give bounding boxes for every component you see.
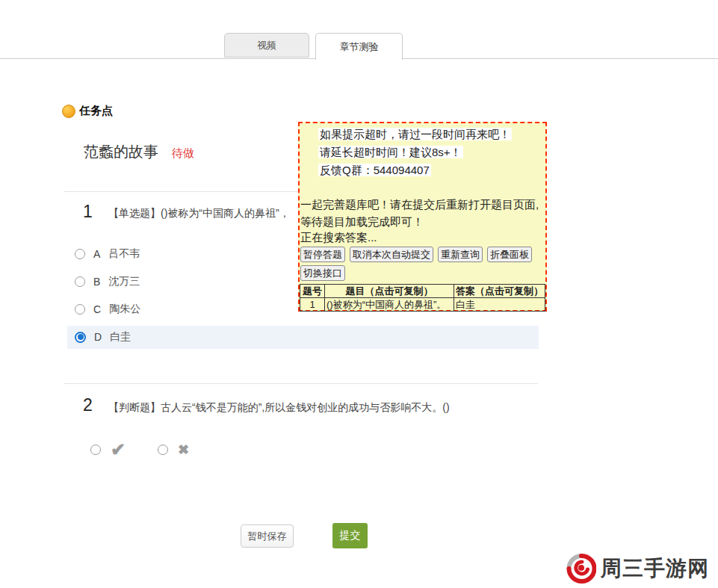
judge-option-false[interactable]: ✖ (158, 442, 189, 458)
radio-unselected-icon[interactable] (75, 276, 85, 287)
question-1-number: 1 (83, 202, 93, 222)
option-c-letter: C (93, 303, 101, 315)
feedback-qq-group-text: 反馈Q群：544094407 (318, 164, 431, 176)
radio-unselected-icon[interactable] (90, 445, 101, 455)
tab-video[interactable]: 视频 (224, 33, 309, 58)
question-2-stem: 【判断题】古人云“钱不是万能的”,所以金钱对创业的成功与否影响不大。() (108, 401, 450, 415)
question-2-number: 2 (83, 395, 93, 415)
quiz-title: 范蠡的故事 (84, 142, 158, 162)
helper-message: 如果提示超时，请过一段时间再来吧！ (318, 126, 545, 143)
task-point-icon (62, 105, 75, 118)
option-a-letter: A (93, 248, 100, 260)
option-b[interactable]: B 沈万三 (75, 274, 140, 289)
helper-message: 反馈Q群：544094407 (318, 161, 545, 179)
question-1-stem: 【单选题】()被称为“中国商人的鼻祖”， (108, 207, 290, 220)
radio-unselected-icon[interactable] (75, 304, 85, 315)
option-c[interactable]: C 陶朱公 (75, 302, 140, 317)
cross-icon: ✖ (178, 442, 189, 458)
timeout-hint-text: 如果提示超时，请过一段时间再来吧！ (318, 128, 512, 140)
option-a[interactable]: A 吕不韦 (75, 247, 140, 261)
radio-unselected-icon[interactable] (75, 249, 85, 259)
divider (64, 383, 538, 384)
helper-messages: 如果提示超时，请过一段时间再来吧！ 请延长超时时间！建议8s+！ 反馈Q群：54… (318, 126, 545, 179)
judge-option-true[interactable]: ✔ (90, 439, 126, 460)
radio-unselected-icon[interactable] (158, 445, 168, 455)
answers-table-header-row: 题号 题目（点击可复制） 答案（点击可复制） (300, 285, 545, 298)
option-c-text: 陶朱公 (109, 303, 140, 316)
submit-button[interactable]: 提交 (332, 523, 368, 548)
answers-table: 题号 题目（点击可复制） 答案（点击可复制） 1 ()被称为“中国商人的鼻祖”。… (300, 284, 545, 312)
radio-selected-icon[interactable] (75, 332, 86, 343)
cell-answer-text[interactable]: 白圭 (454, 298, 545, 312)
cell-question-number: 1 (300, 298, 325, 312)
tab-video-label: 视频 (257, 39, 276, 52)
table-row: 1 ()被称为“中国商人的鼻祖”。 白圭 (300, 298, 545, 312)
requery-button[interactable]: 重新查询 (438, 247, 483, 262)
pause-answering-button[interactable]: 暂停答题 (300, 247, 345, 262)
quiz-title-row: 范蠡的故事 待做 (84, 142, 194, 162)
cancel-auto-submit-button[interactable]: 取消本次自动提交 (350, 247, 433, 262)
answer-helper-panel: 如果提示超时，请过一段时间再来吧！ 请延长超时时间！建议8s+！ 反馈Q群：54… (298, 122, 547, 312)
swirl-logo-icon (566, 554, 596, 584)
cell-question-text[interactable]: ()被称为“中国商人的鼻祖”。 (325, 298, 454, 312)
quiz-page: 视频 章节测验 任务点 范蠡的故事 待做 1 【单选题】()被称为“中国商人的鼻… (0, 0, 718, 588)
header-question-number: 题号 (300, 285, 325, 298)
tab-chapter-quiz-label: 章节测验 (340, 40, 379, 54)
option-d[interactable]: D 白圭 (75, 329, 131, 344)
watermark-text: 周三手游网 (601, 554, 709, 583)
header-question-text: 题目（点击可复制） (325, 285, 454, 298)
check-icon: ✔ (111, 439, 126, 460)
status-badge: 待做 (172, 146, 194, 161)
selected-option-highlight (67, 326, 539, 349)
task-point-label: 任务点 (79, 104, 113, 118)
option-b-letter: B (93, 276, 100, 288)
search-status-text: 正在搜索答案... (300, 230, 545, 244)
option-a-text: 吕不韦 (108, 247, 140, 261)
header-answer-text: 答案（点击可复制） (454, 285, 545, 298)
option-d-text: 白圭 (110, 330, 131, 344)
collapse-panel-button[interactable]: 折叠面板 (487, 247, 532, 262)
helper-button-row: 暂停答题 取消本次自动提交 重新查询 折叠面板 切换接口 (300, 247, 541, 281)
save-temporarily-button[interactable]: 暂时保存 (241, 524, 294, 548)
option-d-letter: D (94, 331, 102, 343)
site-watermark: 周三手游网 (566, 554, 709, 584)
switch-api-button[interactable]: 切换接口 (300, 265, 345, 281)
tab-chapter-quiz[interactable]: 章节测验 (315, 33, 403, 60)
question-bank-info-text: 一起完善题库吧！请在提交后重新打开题目页面,等待题目加载完成即可！ (300, 196, 545, 230)
extend-timeout-text: 请延长超时时间！建议8s+！ (318, 146, 463, 158)
helper-message: 请延长超时时间！建议8s+！ (318, 143, 545, 161)
option-b-text: 沈万三 (108, 275, 140, 288)
task-point: 任务点 (62, 104, 113, 118)
